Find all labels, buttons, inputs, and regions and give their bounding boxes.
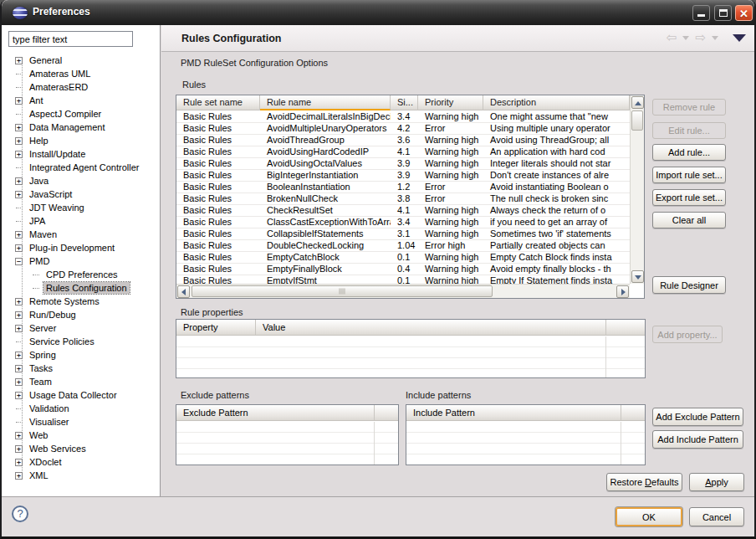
rules-table[interactable]: Rule set nameRule nameSi...PriorityDescr… <box>176 95 645 299</box>
tree-item-service-policies[interactable]: Service Policies <box>5 335 157 348</box>
expand-icon[interactable]: + <box>15 445 23 453</box>
rules-table-header[interactable]: Rule set nameRule nameSi...PriorityDescr… <box>176 95 630 110</box>
exclude-extra-column-header[interactable] <box>375 405 398 420</box>
column-header-rule-set-name[interactable]: Rule set name <box>176 95 260 110</box>
tree-item-aspectj-compiler[interactable]: AspectJ Compiler <box>5 107 157 121</box>
rule-row[interactable]: Basic RulesAvoidThreadGroup3.6Warning hi… <box>176 135 630 146</box>
expand-icon[interactable]: + <box>15 472 23 480</box>
tree-item-integrated-agent-controller[interactable]: Integrated Agent Controller <box>5 161 157 174</box>
ok-button[interactable]: OK <box>616 507 682 526</box>
scroll-down-button[interactable] <box>631 270 644 283</box>
apply-button[interactable]: Apply <box>689 473 744 491</box>
export-rule-set--button[interactable]: Export rule set... <box>652 189 726 206</box>
column-header-priority[interactable]: Priority <box>418 95 483 110</box>
rule-row[interactable]: Basic RulesCollapsibleIfStatements3.1War… <box>176 228 630 240</box>
expand-icon[interactable]: + <box>15 392 23 399</box>
extra-column-header[interactable] <box>606 320 645 335</box>
tree-item-usage-data-collector[interactable]: +Usage Data Collector <box>5 388 157 402</box>
tree-item-tasks[interactable]: +Tasks <box>5 362 157 375</box>
rule-row[interactable]: Basic RulesClassCastExceptionWithToArray… <box>176 217 630 228</box>
tree-item-xml[interactable]: +XML <box>5 469 157 482</box>
tree-item-cpd-preferences[interactable]: CPD Preferences <box>5 268 157 281</box>
tree-item-team[interactable]: +Team <box>5 375 157 388</box>
rule-row[interactable]: Basic RulesAvoidUsingHardCodedIP4.1Warni… <box>176 146 630 158</box>
tree-item-amateras-uml[interactable]: Amateras UML <box>5 67 157 80</box>
back-icon[interactable]: ⇦ <box>667 30 677 45</box>
rule-row[interactable]: Basic RulesBooleanInstantiation1.2ErrorA… <box>176 182 630 193</box>
expand-icon[interactable]: + <box>15 325 23 332</box>
horizontal-scroll-thumb[interactable] <box>192 285 493 297</box>
filter-input[interactable] <box>8 31 133 47</box>
tree-item-rules-configuration[interactable]: Rules Configuration <box>5 281 157 295</box>
tree-item-web[interactable]: +Web <box>5 429 157 442</box>
tree-item-data-management[interactable]: +Data Management <box>5 121 157 134</box>
rule-row[interactable]: Basic RulesDoubleCheckedLocking1.04Error… <box>176 240 630 252</box>
include-patterns-header[interactable]: Include Pattern <box>406 405 645 421</box>
help-button[interactable]: ? <box>12 506 28 522</box>
add-include-pattern-button[interactable]: Add Include Pattern <box>652 430 743 449</box>
property-column-header[interactable]: Property <box>176 320 256 335</box>
expand-icon[interactable]: + <box>15 151 23 158</box>
column-header-si-[interactable]: Si... <box>391 95 418 110</box>
collapse-icon[interactable]: − <box>15 258 23 265</box>
tree-item-maven[interactable]: +Maven <box>5 228 157 241</box>
include-extra-column-header[interactable] <box>621 405 645 420</box>
rule-designer-button[interactable]: Rule Designer <box>652 276 726 294</box>
column-header-rule-name[interactable]: Rule name <box>260 95 391 110</box>
scroll-up-button[interactable] <box>631 96 644 109</box>
expand-icon[interactable]: + <box>15 137 23 145</box>
expand-icon[interactable]: + <box>15 191 23 198</box>
value-column-header[interactable]: Value <box>256 320 606 335</box>
exclude-patterns-table[interactable]: Exclude Pattern <box>176 404 399 465</box>
tree-item-help[interactable]: +Help <box>5 134 157 147</box>
expand-icon[interactable]: + <box>15 97 23 105</box>
expand-icon[interactable]: + <box>15 57 23 64</box>
vertical-scrollbar[interactable] <box>630 95 644 284</box>
expand-icon[interactable]: + <box>15 365 23 372</box>
include-pattern-column-header[interactable]: Include Pattern <box>406 405 621 420</box>
tree-item-java[interactable]: +Java <box>5 174 157 187</box>
cancel-button[interactable]: Cancel <box>689 507 744 526</box>
add-rule--button[interactable]: Add rule... <box>652 144 726 161</box>
include-patterns-table[interactable]: Include Pattern <box>406 404 646 465</box>
vertical-scroll-thumb[interactable] <box>631 110 643 131</box>
rule-properties-header[interactable]: Property Value <box>176 320 645 336</box>
tree-item-general[interactable]: +General <box>5 54 157 67</box>
tree-item-amateraserd[interactable]: AmaterasERD <box>5 80 157 94</box>
view-menu-icon[interactable] <box>733 34 746 42</box>
tree-item-pmd[interactable]: −PMD <box>5 254 157 268</box>
tree-item-web-services[interactable]: +Web Services <box>5 442 157 455</box>
tree-item-remote-systems[interactable]: +Remote Systems <box>5 295 157 308</box>
tree-item-spring[interactable]: +Spring <box>5 348 157 362</box>
import-rule-set--button[interactable]: Import rule set... <box>652 167 726 183</box>
expand-icon[interactable]: + <box>15 352 23 359</box>
scroll-left-button[interactable] <box>177 285 190 298</box>
expand-icon[interactable]: + <box>15 459 23 466</box>
tree-item-jdt-weaving[interactable]: JDT Weaving <box>5 201 157 214</box>
expand-icon[interactable]: + <box>15 231 23 239</box>
edit-rule--button[interactable]: Edit rule... <box>652 122 726 139</box>
tree-item-xdoclet[interactable]: +XDoclet <box>5 455 157 469</box>
rule-row[interactable]: Basic RulesAvoidMultipleUnaryOperators4.… <box>176 123 630 135</box>
tree-item-jpa[interactable]: JPA <box>5 214 157 228</box>
horizontal-scrollbar[interactable] <box>176 284 630 298</box>
rule-row[interactable]: Basic RulesEmptyFinallyBlock0.4Warning h… <box>176 264 630 275</box>
column-header-description[interactable]: Description <box>483 95 630 110</box>
exclude-pattern-column-header[interactable]: Exclude Pattern <box>176 405 375 420</box>
rule-row[interactable]: Basic RulesEmptyCatchBlock0.1Warning hig… <box>176 252 630 264</box>
clear-all-button[interactable]: Clear all <box>652 212 726 228</box>
exclude-patterns-header[interactable]: Exclude Pattern <box>176 405 398 421</box>
tree-item-validation[interactable]: Validation <box>5 402 157 415</box>
add-property-button[interactable]: Add property... <box>652 326 723 343</box>
back-dropdown-icon[interactable] <box>682 36 689 40</box>
expand-icon[interactable]: + <box>15 432 23 439</box>
maximize-button[interactable] <box>714 5 732 21</box>
title-bar[interactable]: Preferences ✕ <box>2 0 754 25</box>
tree-item-ant[interactable]: +Ant <box>5 94 157 107</box>
tree-item-install-update[interactable]: +Install/Update <box>5 147 157 161</box>
expand-icon[interactable]: + <box>15 378 23 386</box>
expand-icon[interactable]: + <box>15 311 23 319</box>
rule-row[interactable]: Basic RulesBigIntegerInstantiation3.9War… <box>176 170 630 182</box>
expand-icon[interactable]: + <box>15 177 23 185</box>
close-button[interactable]: ✕ <box>735 5 753 21</box>
